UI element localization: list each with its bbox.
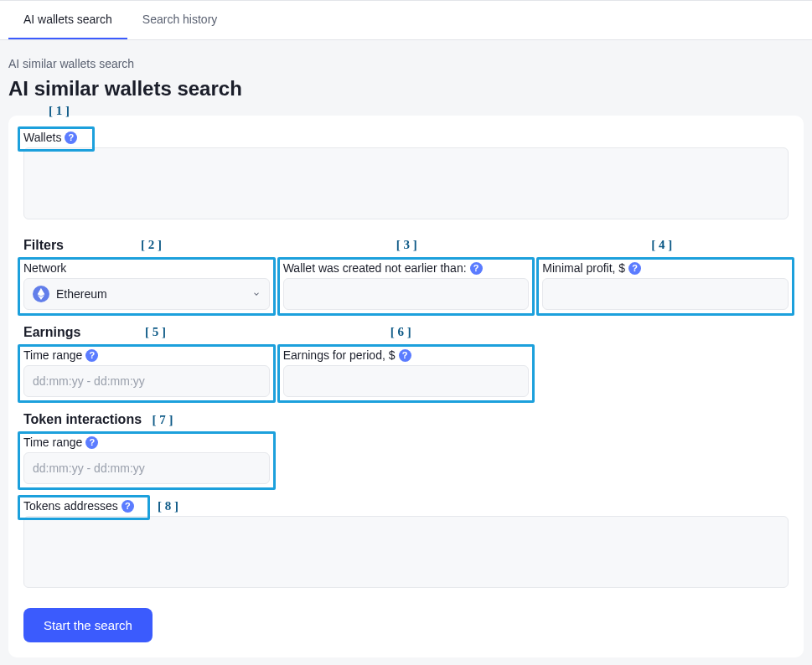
annotation-4: [ 4 ] — [651, 238, 672, 252]
help-icon[interactable]: ? — [399, 349, 411, 362]
created-label: Wallet was created not earlier than: ? — [283, 261, 530, 275]
tokens-addresses-label: Tokens addresses ? — [23, 499, 789, 513]
help-icon[interactable]: ? — [85, 436, 98, 449]
help-icon[interactable]: ? — [85, 349, 98, 362]
token-timerange-input[interactable] — [23, 452, 270, 484]
start-search-button[interactable]: Start the search — [23, 608, 153, 642]
tab-ai-wallets-search[interactable]: AI wallets search — [8, 1, 127, 39]
annotation-7: [ 7 ] — [153, 413, 173, 426]
chevron-down-icon — [252, 290, 261, 298]
breadcrumb: AI similar wallets search — [8, 57, 804, 70]
annotation-6: [ 6 ] — [390, 325, 411, 339]
annotation-5: [ 5 ] — [145, 325, 166, 339]
earnings-timerange-input[interactable] — [23, 365, 270, 397]
help-icon[interactable]: ? — [470, 262, 483, 275]
wallets-input[interactable] — [23, 147, 789, 219]
minprofit-label-text: Minimal profit, $ — [542, 261, 625, 275]
network-value: Ethereum — [56, 287, 107, 301]
minprofit-input[interactable] — [542, 278, 789, 310]
annotation-1: [ 1 ] — [49, 104, 70, 118]
annotation-2: [ 2 ] — [141, 238, 162, 252]
wallets-label-text: Wallets — [23, 131, 61, 144]
page-title: AI similar wallets search — [8, 77, 804, 101]
page-body: AI similar wallets search AI similar wal… — [0, 40, 812, 665]
created-label-text: Wallet was created not earlier than: — [283, 261, 467, 275]
network-label: Network — [23, 261, 270, 275]
created-input[interactable] — [283, 278, 530, 310]
earnings-period-label: Earnings for period, $ ? — [283, 348, 530, 362]
search-card: [ 1 ] Wallets ? Filters [ 2 ] Network — [8, 116, 804, 657]
help-icon[interactable]: ? — [628, 262, 641, 275]
token-timerange-label: Time range ? — [23, 436, 270, 449]
token-timerange-label-text: Time range — [23, 436, 82, 449]
help-icon[interactable]: ? — [122, 500, 134, 513]
network-select[interactable]: Ethereum — [23, 278, 270, 310]
earnings-period-input[interactable] — [283, 365, 530, 397]
earnings-timerange-label: Time range ? — [23, 348, 270, 362]
tabs-bar: AI wallets search Search history — [0, 1, 812, 40]
ethereum-icon — [33, 286, 49, 302]
annotation-3: [ 3 ] — [396, 238, 417, 252]
tokens-addresses-input[interactable] — [23, 516, 789, 588]
tokens-addresses-label-text: Tokens addresses — [23, 499, 118, 513]
annotation-8: [ 8 ] — [158, 499, 178, 513]
tab-search-history[interactable]: Search history — [127, 1, 232, 39]
earnings-period-label-text: Earnings for period, $ — [283, 348, 396, 362]
help-icon[interactable]: ? — [65, 131, 77, 144]
token-interactions-title: Token interactions — [23, 412, 142, 427]
earnings-timerange-label-text: Time range — [23, 348, 82, 362]
minprofit-label: Minimal profit, $ ? — [542, 261, 789, 275]
wallets-label: Wallets ? — [23, 131, 789, 144]
